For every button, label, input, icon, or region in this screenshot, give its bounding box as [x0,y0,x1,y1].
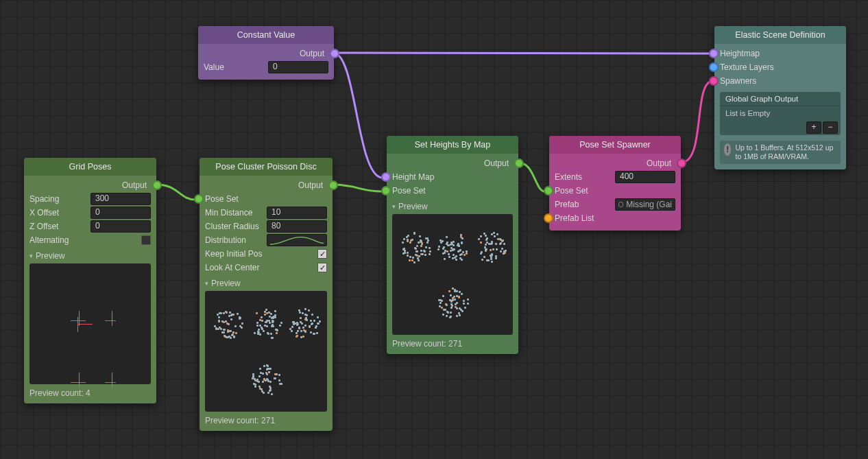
pose-set-port[interactable] [544,186,553,196]
prefab-field[interactable]: Missing (Gai [615,198,675,211]
node-constant-value[interactable]: Constant Value Output Value 0 [198,26,334,80]
min-distance-label: Min Distance [205,208,267,217]
node-pose-set-spawner[interactable]: Pose Set Spawner Output Extents 400 Pose… [549,136,681,231]
output-label: Output [205,180,327,190]
preview-box [205,291,327,412]
prefab-list-label: Prefab List [555,213,675,223]
node-title: Grid Poses [24,158,156,176]
output-label: Output [392,158,513,168]
cluster-icon [435,285,470,320]
output-port[interactable] [677,158,686,168]
preview-foldout[interactable]: Preview [205,279,327,288]
pose-set-label: Pose Set [205,194,327,204]
zoffset-label: Z Offset [29,222,91,231]
cluster-icon [248,362,284,397]
pose-set-label: Pose Set [392,186,513,196]
keep-initial-label: Keep Initial Pos [205,249,317,259]
node-title: Constant Value [198,26,334,44]
heightmap-label: Heightmap [720,49,841,58]
distribution-label: Distribution [205,235,267,245]
value-input[interactable]: 0 [268,61,328,73]
pose-set-port[interactable] [194,194,204,204]
info-icon: ! [724,143,731,156]
spawners-port[interactable] [709,76,719,86]
xoffset-label: X Offset [29,208,91,217]
info-panel: ! Up to 1 Buffers. At 512x512 up to 1MB … [720,141,841,164]
preview-count: Preview count: 271 [392,339,513,349]
prefab-label: Prefab [555,200,615,209]
cluster-radius-input[interactable]: 80 [267,220,327,233]
list-add-button[interactable]: + [806,121,821,134]
list-header: Global Graph Output [720,92,841,106]
value-label: Value [204,62,268,72]
cluster-icon [397,228,433,264]
texture-layers-port[interactable] [709,62,719,72]
cluster-icon [210,305,246,341]
output-port[interactable] [514,158,524,168]
output-port[interactable] [152,180,162,190]
node-title: Elastic Scene Definition [714,26,846,44]
info-text: Up to 1 Buffers. At 512x512 up to 1MB of… [735,143,836,161]
cluster-icon [435,228,470,264]
keep-initial-checkbox[interactable]: ✓ [317,249,327,259]
cluster-icon [286,305,322,341]
cluster-radius-label: Cluster Radius [205,222,267,231]
texture-layers-label: Texture Layers [720,62,841,72]
output-label: Output [555,158,675,168]
heightmap-label: Height Map [392,172,513,182]
output-label: Output [29,180,151,190]
preview-foldout[interactable]: Preview [392,202,513,211]
node-grid-poses[interactable]: Grid Poses Output Spacing 300 X Offset 0… [24,158,156,403]
object-picker-icon [618,202,623,207]
look-at-center-label: Look At Center [205,263,317,272]
distribution-curve[interactable] [267,234,327,246]
node-set-heights-by-map[interactable]: Set Heights By Map Output Height Map Pos… [387,136,518,354]
cluster-icon [472,228,508,264]
node-title: Set Heights By Map [387,136,518,154]
look-at-center-checkbox[interactable]: ✓ [317,263,327,272]
node-title: Pose Cluster Poisson Disc [200,158,333,176]
preview-box [29,263,151,384]
node-elastic-scene-definition[interactable]: Elastic Scene Definition Heightmap Textu… [714,26,846,169]
output-port[interactable] [330,49,339,58]
preview-foldout[interactable]: Preview [29,251,151,261]
alternating-checkbox[interactable] [141,235,151,245]
heightmap-port[interactable] [709,49,719,58]
spawners-label: Spawners [720,76,841,86]
list-empty-label: List is Empty [720,106,841,120]
preview-count: Preview count: 271 [205,416,327,425]
extents-input[interactable]: 400 [615,171,675,183]
preview-box [392,214,513,335]
cluster-icon [248,305,284,341]
spacing-label: Spacing [29,194,91,204]
zoffset-input[interactable]: 0 [91,220,151,233]
min-distance-input[interactable]: 10 [267,207,327,219]
prefab-list-port[interactable] [544,213,553,223]
alternating-label: Alternating [29,235,141,245]
heightmap-port[interactable] [381,172,391,182]
pose-set-port[interactable] [381,186,391,196]
list-remove-button[interactable]: − [823,121,838,134]
output-label: Output [204,49,328,58]
pose-set-label: Pose Set [555,186,675,196]
extents-label: Extents [555,172,615,182]
output-port[interactable] [328,180,338,190]
node-title: Pose Set Spawner [549,136,681,154]
xoffset-input[interactable]: 0 [91,207,151,219]
spacing-input[interactable]: 300 [91,193,151,205]
node-pose-cluster-poisson-disc[interactable]: Pose Cluster Poisson Disc Output Pose Se… [200,158,333,431]
preview-count: Preview count: 4 [29,388,151,398]
global-output-list[interactable]: Global Graph Output List is Empty + − [720,92,841,135]
